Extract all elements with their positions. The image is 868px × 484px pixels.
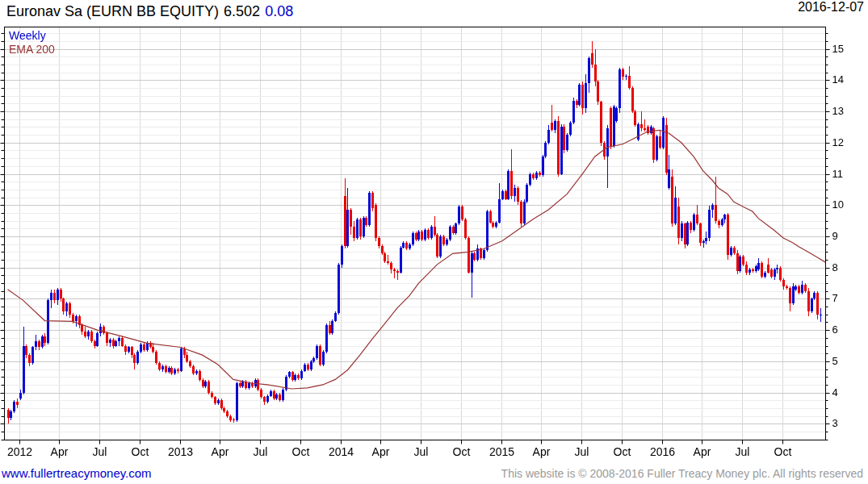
price-chart-canvas <box>0 0 868 461</box>
chart-page: Euronav Sa (EURN BB EQUITY)6.5020.08 201… <box>0 0 868 484</box>
timeframe-label: Weekly <box>9 29 46 42</box>
footer: www.fullertreacymoney.com This website i… <box>0 465 868 482</box>
copyright-text: This website is © 2008-2016 Fuller Treac… <box>501 467 863 480</box>
ema-label: EMA 200 <box>9 43 55 56</box>
site-link[interactable]: www.fullertreacymoney.com <box>2 466 152 480</box>
